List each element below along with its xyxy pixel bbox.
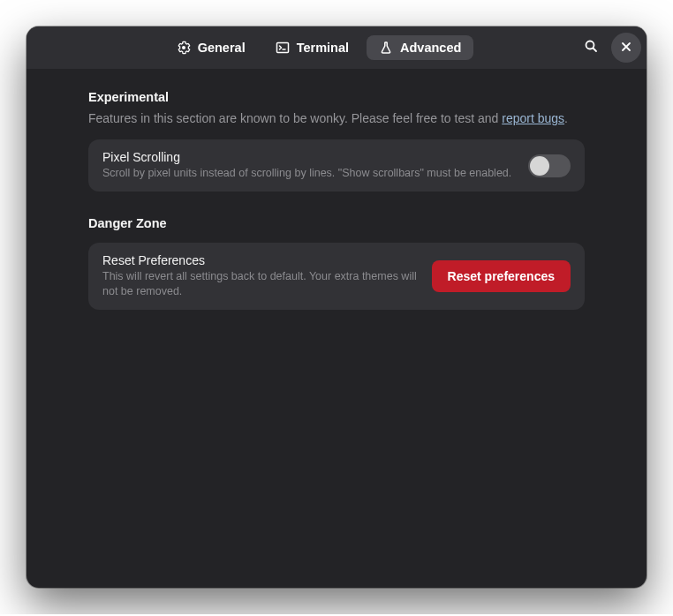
reset-preferences-button[interactable]: Reset preferences — [432, 260, 571, 292]
tab-terminal[interactable]: Terminal — [263, 35, 361, 60]
experimental-description: Features in this section are known to be… — [88, 109, 585, 127]
experimental-desc-suffix: . — [564, 111, 568, 125]
pixel-scrolling-title: Pixel Scrolling — [102, 150, 514, 164]
toggle-knob — [530, 156, 549, 176]
close-button[interactable] — [611, 33, 641, 63]
pixel-scrolling-desc: Scroll by pixel units instead of scrolli… — [102, 166, 514, 181]
tab-advanced-label: Advanced — [400, 41, 461, 55]
gear-icon — [177, 41, 191, 55]
header-spacer — [32, 33, 62, 63]
headerbar: General Terminal Advanced — [26, 26, 647, 69]
terminal-icon — [276, 41, 290, 55]
pixel-scrolling-toggle[interactable] — [528, 154, 571, 177]
tab-general[interactable]: General — [164, 35, 258, 60]
flask-icon — [379, 41, 393, 55]
danger-zone-section: Danger Zone Reset Preferences This will … — [88, 216, 585, 310]
tab-advanced[interactable]: Advanced — [367, 35, 473, 60]
tab-general-label: General — [198, 41, 246, 55]
reset-preferences-row: Reset Preferences This will revert all s… — [88, 243, 585, 310]
experimental-section: Experimental Features in this section ar… — [88, 90, 585, 192]
reset-preferences-text: Reset Preferences This will revert all s… — [102, 253, 418, 299]
search-button[interactable] — [576, 33, 606, 63]
reset-preferences-desc: This will revert all settings back to de… — [102, 269, 418, 299]
experimental-desc-text: Features in this section are known to be… — [88, 111, 502, 125]
tab-terminal-label: Terminal — [297, 41, 349, 55]
report-bugs-link[interactable]: report bugs — [502, 111, 564, 125]
search-icon — [584, 39, 598, 56]
preferences-window: General Terminal Advanced — [26, 26, 647, 588]
pixel-scrolling-text: Pixel Scrolling Scroll by pixel units in… — [102, 150, 514, 181]
reset-preferences-title: Reset Preferences — [102, 253, 418, 267]
content-area: Experimental Features in this section ar… — [26, 69, 647, 356]
pixel-scrolling-row: Pixel Scrolling Scroll by pixel units in… — [88, 139, 585, 192]
danger-zone-heading: Danger Zone — [88, 216, 585, 230]
experimental-heading: Experimental — [88, 90, 585, 104]
close-icon — [621, 40, 631, 56]
tab-switcher: General Terminal Advanced — [67, 35, 571, 60]
svg-rect-0 — [276, 43, 288, 53]
